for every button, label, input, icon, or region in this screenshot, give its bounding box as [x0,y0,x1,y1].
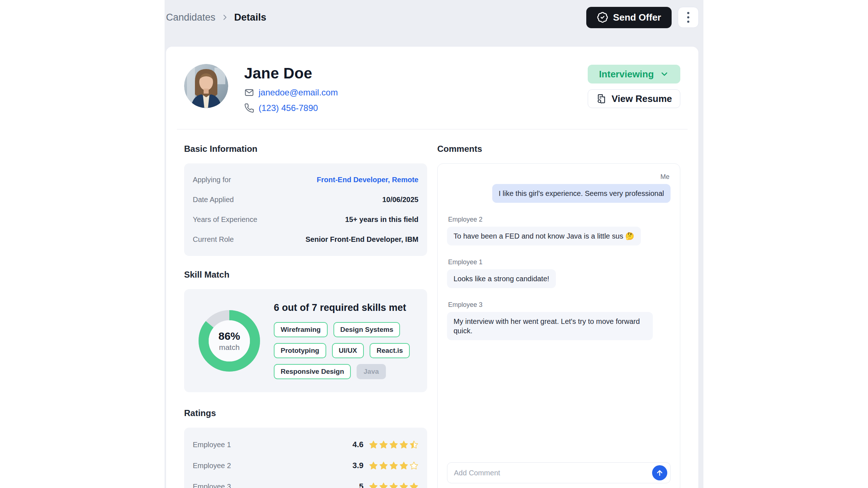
comment-group: Employee 3My interview with her went gre… [447,301,671,340]
donut-center-label: 86% match [199,310,260,372]
comment-bubble: I like this girl's experience. Seems ver… [492,184,671,203]
chevron-down-icon [660,69,669,79]
info-value: 15+ years in this field [345,215,418,224]
skill-chips: WireframingDesign SystemsPrototypingUI/U… [274,322,413,379]
ratings-panel: Employee 14.6Employee 23.9Employee 35Me4 [184,428,427,488]
star-icon [369,461,378,470]
phone-icon [244,103,254,113]
skill-match-donut: 86% match [199,310,260,372]
comment-group: MeI like this girl's experience. Seems v… [447,173,671,203]
rating-value-stars: 4.6 [352,440,418,449]
info-value: Senior Front-End Developer, IBM [306,235,418,244]
rating-row: Employee 35 [193,476,418,488]
candidate-detail-card: Jane Doe janedoe@email.com (123) 456-789… [166,46,699,488]
applying-for-link[interactable]: Front-End Developer, Remote [317,176,418,184]
comment-group: Employee 1Looks like a strong candidate! [447,258,671,288]
comment-bubble: To have been a FED and not know Java is … [447,227,641,245]
skill-chip-met: UI/UX [332,343,364,358]
star-icon [389,440,398,449]
info-row: Years of Experience15+ years in this fie… [193,210,418,230]
left-column: Basic Information Applying forFront-End … [184,144,427,488]
info-row: Date Applied10/06/2025 [193,190,418,210]
star-rating [369,440,418,449]
info-label: Years of Experience [193,215,257,224]
view-resume-button[interactable]: View Resume [588,89,680,108]
candidate-name: Jane Doe [244,65,338,82]
breadcrumb-candidates[interactable]: Candidates [166,12,216,23]
info-row: Current RoleSenior Front-End Developer, … [193,230,418,249]
more-options-button[interactable] [678,7,699,28]
star-icon [399,482,408,488]
rating-row: Employee 23.9 [193,455,418,476]
detail-columns: Basic Information Applying forFront-End … [184,144,680,488]
star-icon [379,440,388,449]
rating-row: Employee 14.6 [193,434,418,455]
comment-bubble: My interview with her went great. Let's … [447,312,653,340]
star-rating [369,461,418,470]
submit-comment-button[interactable] [652,465,667,480]
right-column: Comments MeI like this girl's experience… [437,144,680,488]
rating-author: Employee 2 [193,462,231,470]
status-label: Interviewing [599,69,654,80]
info-value: 10/06/2025 [382,196,418,204]
top-bar: Candidates Details Send Offer [165,0,703,35]
candidate-avatar [184,64,228,108]
arrow-up-icon [655,468,664,477]
comment-input-row [447,462,671,483]
candidate-phone-link[interactable]: (123) 456-7890 [259,103,318,113]
comments-card: MeI like this girl's experience. Seems v… [437,163,680,488]
comment-bubble: Looks like a strong candidate! [447,269,556,288]
candidate-email-link[interactable]: janedoe@email.com [259,87,338,98]
star-icon [409,461,418,470]
star-icon [379,482,388,488]
profile-divider [177,129,688,129]
basic-information-title: Basic Information [184,144,427,154]
star-icon [369,440,378,449]
rating-value-stars: 5 [359,482,418,488]
badge-check-icon [597,12,608,23]
match-word: match [219,343,239,352]
skill-chip-met: Prototyping [274,343,326,358]
skills-block: 6 out of 7 required skills met Wireframi… [274,302,413,379]
kebab-dot [687,16,689,18]
rating-number: 4.6 [352,440,363,449]
view-resume-label: View Resume [612,93,672,104]
skill-chip-met: Design Systems [333,322,400,337]
add-comment-input[interactable] [454,469,652,477]
avatar-photo [184,64,228,108]
skill-chip-missing: Java [357,364,386,379]
skill-chip-met: Responsive Design [274,364,351,379]
rating-value-stars: 3.9 [352,461,418,470]
comment-group: Employee 2To have been a FED and not kno… [447,216,671,245]
comments-message-list: MeI like this girl's experience. Seems v… [447,173,671,462]
ratings-title: Ratings [184,408,427,418]
info-row: Applying forFront-End Developer, Remote [193,170,418,190]
basic-information-panel: Applying forFront-End Developer, RemoteD… [184,163,427,256]
comment-author: Employee 1 [447,258,484,266]
skills-headline: 6 out of 7 required skills met [274,302,413,313]
star-icon [369,482,378,488]
skill-chip-met: React.is [370,343,410,358]
comment-author: Employee 3 [447,301,484,309]
match-percent: 86% [218,330,240,342]
skill-match-title: Skill Match [184,270,427,280]
info-label: Applying for [193,176,231,184]
star-rating [369,482,418,488]
email-row: janedoe@email.com [244,87,338,98]
breadcrumb-details: Details [234,12,267,23]
profile-actions: Interviewing View Resume [588,64,680,108]
profile-identity: Jane Doe janedoe@email.com (123) 456-789… [244,64,338,113]
rating-number: 5 [359,482,363,488]
comments-title: Comments [437,144,680,154]
file-search-icon [596,93,607,104]
skill-match-panel: 86% match 6 out of 7 required skills met… [184,289,427,392]
kebab-dot [687,12,689,14]
chevron-right-icon [221,13,229,22]
star-icon [389,482,398,488]
send-offer-button[interactable]: Send Offer [586,7,672,28]
rating-author: Employee 1 [193,441,231,449]
kebab-dot [687,21,689,23]
status-dropdown[interactable]: Interviewing [588,65,680,84]
profile-header: Jane Doe janedoe@email.com (123) 456-789… [184,47,680,113]
app-content-column: Candidates Details Send Offer [165,0,703,488]
